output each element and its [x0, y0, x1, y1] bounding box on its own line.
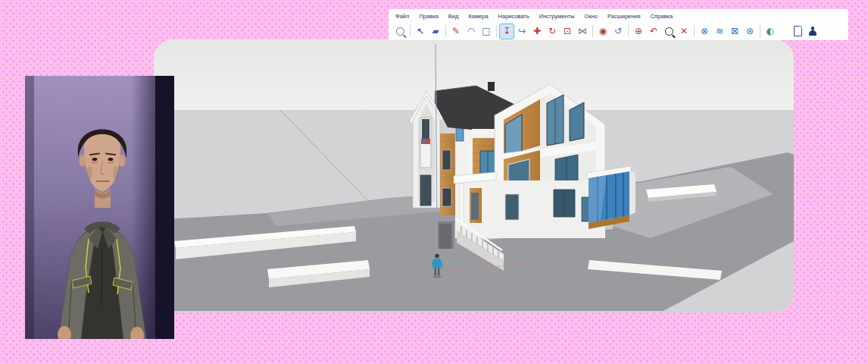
- eraser-tool[interactable]: ▰: [428, 24, 443, 39]
- stage: ФайлПравкаВидКамераНарисоватьИнструменты…: [0, 0, 868, 364]
- model-scene: [154, 39, 794, 312]
- new-file-button[interactable]: [790, 24, 805, 39]
- sign-in-button[interactable]: [805, 24, 820, 39]
- select-tool[interactable]: ↖: [413, 24, 428, 39]
- toolbar-separator: [628, 25, 629, 37]
- sign-in-button-icon: [809, 27, 817, 36]
- zoom-extents-tool[interactable]: ✕: [676, 24, 692, 39]
- toolbar-separator: [760, 25, 760, 37]
- zoom-tool[interactable]: [661, 24, 676, 39]
- extension-tool-3[interactable]: ⊠: [727, 24, 742, 39]
- arc-tool[interactable]: ◠: [464, 24, 479, 39]
- menu-item-7[interactable]: Окно: [585, 13, 598, 20]
- photo-panel: [25, 76, 174, 339]
- menu-item-4[interactable]: Камера: [468, 13, 488, 20]
- new-file-button-icon: [794, 26, 802, 36]
- toolbar-separator: [694, 25, 695, 37]
- menu-item-5[interactable]: Нарисовать: [498, 13, 529, 20]
- toolbar-separator: [496, 25, 497, 37]
- push-pull-tool[interactable]: ↧: [499, 24, 514, 39]
- move-tool[interactable]: ✚: [529, 24, 545, 39]
- toolbar: ↖▰✎◠□↧↪✚↻⊡⋈◉↺⊕↶✕⊗≋⊠⊛◐: [389, 21, 848, 41]
- menu-item-1[interactable]: Файл: [395, 13, 409, 20]
- styles-tool[interactable]: ◐: [763, 24, 778, 39]
- sketchup-topbar: ФайлПравкаВидКамераНарисоватьИнструменты…: [389, 9, 848, 40]
- position-camera-tool[interactable]: ◉: [595, 24, 610, 39]
- menu-item-3[interactable]: Вид: [448, 13, 459, 20]
- menu-item-9[interactable]: Справка: [651, 13, 673, 20]
- shapes-tool[interactable]: □: [479, 24, 494, 39]
- walk-tool[interactable]: ⊕: [631, 24, 646, 39]
- toolbar-separator: [592, 25, 593, 37]
- flip-tool[interactable]: ⋈: [575, 24, 590, 39]
- scale-tool[interactable]: ⊡: [560, 24, 575, 39]
- menu-item-2[interactable]: Правка: [419, 13, 438, 20]
- menu-item-6[interactable]: Инструменты: [539, 13, 575, 20]
- extension-tool-4[interactable]: ⊛: [742, 24, 757, 39]
- search-tool[interactable]: [392, 24, 407, 39]
- viewport-canvas[interactable]: [154, 39, 794, 312]
- extension-tool-1[interactable]: ⊗: [697, 24, 712, 39]
- menu-bar: ФайлПравкаВидКамераНарисоватьИнструменты…: [389, 9, 848, 21]
- extension-tool-2[interactable]: ≋: [712, 24, 727, 39]
- rotate-tool[interactable]: ↻: [545, 24, 560, 39]
- zoom-tool-icon: [665, 27, 673, 36]
- conservatory: [587, 166, 635, 229]
- previous-view-tool[interactable]: ↶: [646, 24, 661, 39]
- search-tool-icon: [396, 27, 404, 36]
- look-around-tool[interactable]: ↺: [610, 24, 626, 39]
- person-photo: [25, 76, 174, 339]
- follow-me-tool[interactable]: ↪: [514, 24, 529, 39]
- line-tool[interactable]: ✎: [448, 24, 464, 39]
- toolbar-separator: [410, 25, 411, 37]
- menu-item-8[interactable]: Расширения: [607, 13, 641, 20]
- toolbar-separator: [445, 25, 446, 37]
